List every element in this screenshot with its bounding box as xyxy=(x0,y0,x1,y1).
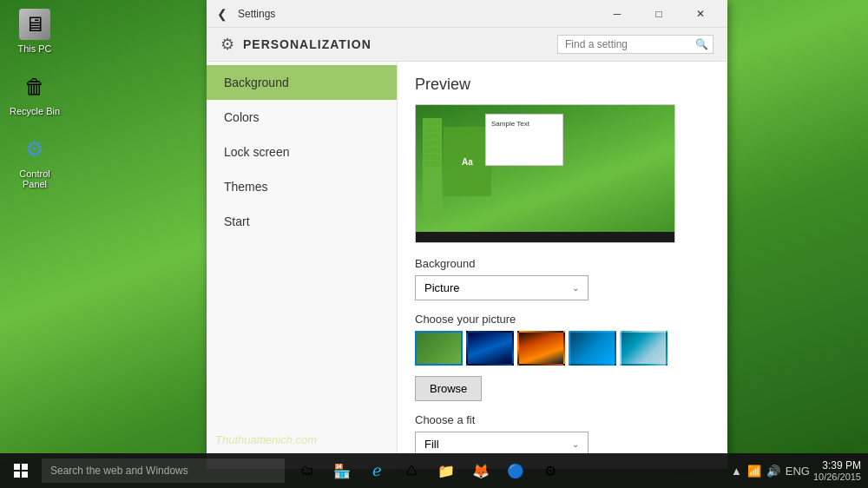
browse-button[interactable]: Browse xyxy=(415,376,482,401)
tray-lang-label: ENG xyxy=(786,465,810,478)
background-dropdown-arrow: ⌄ xyxy=(572,283,579,293)
sidebar-item-lock-screen[interactable]: Lock screen xyxy=(207,135,397,169)
taskbar-firefox-icon[interactable]: 🦊 xyxy=(465,453,496,488)
taskbar-search-box[interactable]: Search the web and Windows xyxy=(42,458,285,483)
picture-thumb-1[interactable] xyxy=(415,331,463,366)
taskbar-settings-icon[interactable]: ⚙ xyxy=(535,453,566,488)
system-tray: ▲ 📶 🔊 ENG xyxy=(731,465,810,478)
preview-bar-3 xyxy=(424,134,440,139)
content-area: Preview Aa xyxy=(398,62,727,469)
sidebar-item-colors[interactable]: Colors xyxy=(207,100,397,135)
back-button[interactable]: ❮ xyxy=(214,5,231,23)
personalization-title: PERSONALIZATION xyxy=(243,37,549,51)
fit-dropdown-arrow: ⌄ xyxy=(572,439,579,449)
tray-time-text: 3:39 PM xyxy=(813,459,861,472)
preview-bar-2 xyxy=(424,127,440,132)
sidebar-item-start[interactable]: Start xyxy=(207,204,397,239)
close-button[interactable]: ✕ xyxy=(681,0,720,28)
picture-thumb-2[interactable] xyxy=(466,331,514,366)
taskbar-task-view-icon[interactable]: 🗂 xyxy=(292,453,323,488)
recycle-bin-label: Recycle Bin xyxy=(10,106,60,116)
preview-bar-5 xyxy=(424,148,440,153)
taskbar-right: ▲ 📶 🔊 ENG 3:39 PM 10/26/2015 xyxy=(731,459,868,482)
settings-header: ⚙ PERSONALIZATION 🔍 xyxy=(207,28,727,62)
desktop-icons: This PC Recycle Bin ControlPanel xyxy=(9,9,61,189)
recycle-bin-image xyxy=(19,71,50,102)
preview-title: Preview xyxy=(415,76,710,94)
background-dropdown[interactable]: Picture ⌄ xyxy=(415,275,589,300)
tray-date-text: 10/26/2015 xyxy=(813,472,861,482)
preview-taskbar xyxy=(416,232,674,242)
picture-thumb-4[interactable] xyxy=(569,331,616,366)
tray-clock[interactable]: 3:39 PM 10/26/2015 xyxy=(813,459,861,482)
control-panel-label: ControlPanel xyxy=(19,168,49,189)
taskbar-store-icon[interactable]: 🏪 xyxy=(326,453,358,488)
tray-arrow-icon[interactable]: ▲ xyxy=(731,465,742,478)
settings-body: Background Colors Lock screen Themes Sta… xyxy=(207,62,727,469)
recycle-bin-icon[interactable]: Recycle Bin xyxy=(9,71,61,116)
sidebar-item-themes[interactable]: Themes xyxy=(207,169,397,204)
maximize-button[interactable]: □ xyxy=(639,0,679,28)
start-sq-3 xyxy=(14,472,20,478)
watermark-text: Thuthuattienich.com xyxy=(215,433,317,446)
taskbar-folder-icon[interactable]: 📁 xyxy=(431,453,462,488)
picture-thumb-3[interactable] xyxy=(517,331,565,366)
preview-sample-text: Sample Text xyxy=(491,120,557,128)
minimize-button[interactable]: ─ xyxy=(597,0,637,28)
preview-dialog: Sample Text xyxy=(485,114,563,166)
taskbar: Search the web and Windows 🗂 🏪 ℯ ♺ 📁 🦊 🔵… xyxy=(0,453,868,488)
taskbar-pinned-icons: 🗂 🏪 ℯ ♺ 📁 🦊 🔵 ⚙ xyxy=(292,453,566,488)
picture-thumb-5[interactable] xyxy=(620,331,667,366)
window-title: Settings xyxy=(238,8,597,20)
preview-bar-7 xyxy=(424,162,440,167)
tray-volume-icon[interactable]: 🔊 xyxy=(766,465,780,478)
this-pc-icon[interactable]: This PC xyxy=(9,9,61,54)
fit-dropdown-value: Fill xyxy=(424,438,439,451)
settings-window: ❮ Settings ─ □ ✕ ⚙ PERSONALIZATION 🔍 Bac… xyxy=(207,0,727,469)
preview-main-mock: Aa xyxy=(444,127,491,196)
tray-network-icon[interactable]: 📶 xyxy=(747,465,761,478)
watermark: Thuthuattienich.com xyxy=(215,433,317,446)
window-controls: ─ □ ✕ xyxy=(597,0,720,28)
this-pc-image xyxy=(19,9,50,40)
start-sq-1 xyxy=(14,464,20,470)
preview-bar-1 xyxy=(424,120,440,125)
personalization-gear-icon: ⚙ xyxy=(220,35,234,54)
taskbar-chrome-icon[interactable]: 🔵 xyxy=(500,453,531,488)
taskbar-arrow-icon[interactable]: ♺ xyxy=(396,453,427,488)
taskbar-edge-icon[interactable]: ℯ xyxy=(361,453,392,488)
preview-bar-4 xyxy=(424,141,440,146)
start-icon xyxy=(14,464,28,478)
sidebar: Background Colors Lock screen Themes Sta… xyxy=(207,62,398,469)
this-pc-label: This PC xyxy=(17,43,51,54)
preview-sidebar-mock xyxy=(423,118,442,214)
background-dropdown-value: Picture xyxy=(424,281,459,294)
preview-bar-6 xyxy=(424,155,440,160)
start-sq-2 xyxy=(22,464,28,470)
choose-picture-label: Choose your picture xyxy=(415,313,710,326)
sidebar-item-background[interactable]: Background xyxy=(207,65,397,100)
taskbar-search-text: Search the web and Windows xyxy=(50,465,188,477)
start-sq-4 xyxy=(22,472,28,478)
settings-search-input[interactable] xyxy=(565,38,695,50)
title-bar: ❮ Settings ─ □ ✕ xyxy=(207,0,727,28)
control-panel-image xyxy=(19,134,50,165)
settings-search-box[interactable]: 🔍 xyxy=(557,35,713,54)
picture-grid xyxy=(415,331,710,366)
background-section-label: Background xyxy=(415,257,710,270)
start-button[interactable] xyxy=(0,453,42,488)
preview-box: Aa Sample Text xyxy=(415,104,675,243)
choose-fit-label: Choose a fit xyxy=(415,413,710,426)
control-panel-icon[interactable]: ControlPanel xyxy=(9,134,61,189)
preview-aa-text: Aa xyxy=(462,157,473,167)
settings-search-icon: 🔍 xyxy=(695,38,708,50)
